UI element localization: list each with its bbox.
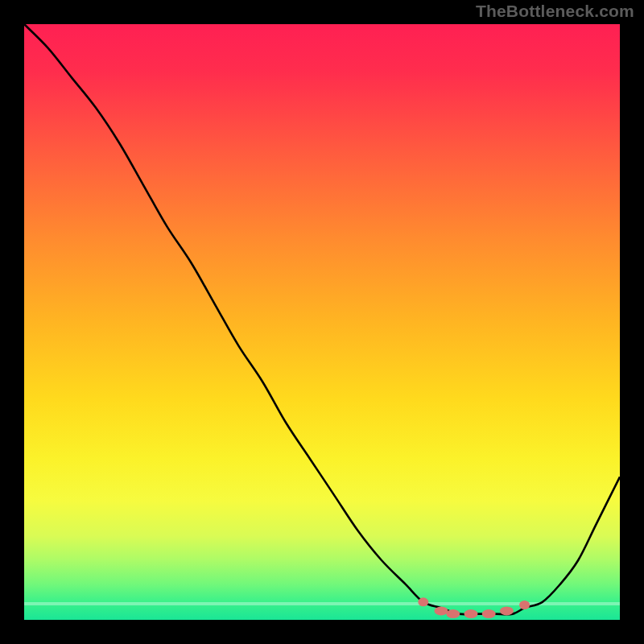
optimal-dot: [519, 601, 530, 609]
optimal-dot: [482, 609, 496, 618]
optimal-dot: [500, 606, 514, 615]
bottleneck-curve-svg: [24, 24, 620, 620]
optimal-dot: [464, 609, 478, 618]
optimal-dot: [435, 606, 448, 615]
chart-frame: [24, 24, 620, 620]
optimal-dot: [446, 609, 460, 618]
optimal-range-dots-group: [418, 597, 530, 618]
watermark-text: TheBottleneck.com: [476, 2, 634, 21]
bottleneck-curve-path: [24, 24, 620, 614]
optimal-dot: [418, 597, 428, 606]
